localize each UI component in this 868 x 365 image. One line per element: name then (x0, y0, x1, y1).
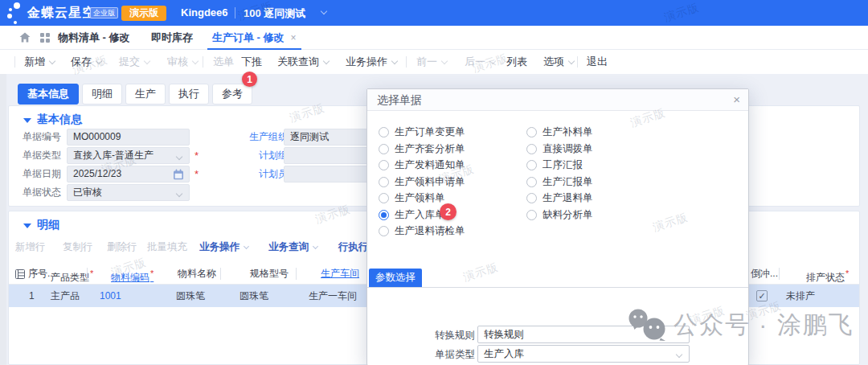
cell-material-name: 圆珠笔 (176, 285, 205, 307)
cell-material-code[interactable]: 1001 (100, 285, 121, 307)
radio-icon (526, 144, 537, 154)
detail-section-header[interactable]: 明细 (23, 218, 59, 232)
option-production-report[interactable]: 生产汇报单 (526, 175, 593, 189)
radio-icon (379, 160, 389, 170)
collapse-triangle-icon[interactable] (23, 224, 31, 228)
related-query-button[interactable]: 关联查询 (277, 50, 329, 74)
business-operation-button[interactable]: 业务操作 (346, 50, 397, 74)
col-seq[interactable]: 序号.. (28, 263, 53, 285)
list-button[interactable]: 列表 (506, 50, 527, 74)
dialog-close-icon[interactable]: × (733, 92, 740, 107)
radio-icon (526, 210, 537, 220)
tab-detail[interactable]: 明细 (82, 84, 122, 105)
option-order-change[interactable]: 生产订单变更单 (379, 125, 465, 139)
option-feeding-bill[interactable]: 生产补料单 (526, 125, 593, 139)
col-spec[interactable]: 规格型号 (250, 263, 289, 285)
main-toolbar: 新增 保存 提交 审核 选单 下推 关联查询 业务操作 前一 后一 列表 选项 … (0, 50, 868, 74)
row-business-query-button[interactable]: 业务查询 (268, 239, 317, 255)
collapse-triangle-icon[interactable] (23, 118, 31, 123)
select-bill-button[interactable]: 选单 (213, 50, 234, 74)
bill-type-select[interactable]: 直接入库-普通生产 (67, 147, 190, 164)
page-tab-bar: 物料清单 - 修改 即时库存 生产订单 - 修改× (0, 26, 868, 50)
option-material-return[interactable]: 生产退料单 (526, 191, 593, 205)
param-select-tab[interactable]: 参数选择 (369, 269, 422, 287)
option-kitting-analysis[interactable]: 生产齐套分析单 (379, 142, 465, 156)
backflush-checkbox[interactable]: ✓ (756, 290, 768, 301)
home-icon[interactable] (19, 32, 31, 43)
option-shortage-analysis[interactable]: 缺料分析单 (526, 208, 593, 222)
exit-button[interactable]: 退出 (587, 50, 608, 74)
toolbar-divider (203, 56, 203, 68)
field-label: 单据日期 (9, 166, 61, 182)
logo-text: 金蝶云星空 (27, 5, 96, 22)
form-tab-strip: 基本信息 明细 生产 执行 参考 (18, 84, 252, 105)
push-down-button[interactable]: 下推 (241, 50, 262, 74)
delete-row-button[interactable]: 删除行 (107, 239, 137, 255)
row-selector-icon[interactable] (15, 269, 25, 279)
required-star: * (845, 269, 849, 278)
batch-fill-button[interactable]: 批量填充 (147, 239, 187, 255)
col-material-name[interactable]: 物料名称 (178, 263, 216, 285)
basic-info-section-header[interactable]: 基本信息 (23, 113, 82, 127)
option-picking-bill[interactable]: 生产领料单 (379, 191, 445, 205)
toolbar-divider (14, 56, 15, 68)
bill-date-field[interactable]: 2025/12/23 (67, 166, 190, 182)
convert-rule-input[interactable]: 转换规则 (477, 326, 690, 343)
row-business-operation-button[interactable]: 业务操作 (199, 239, 248, 255)
field-label: 单据状态 (9, 184, 61, 201)
save-button[interactable]: 保存 (71, 50, 101, 74)
toolbar-divider (577, 56, 578, 68)
option-issue-notice[interactable]: 生产发料通知单 (379, 158, 465, 172)
account-chevron-down-icon[interactable] (321, 8, 327, 14)
step-badge-1: 1 (242, 72, 257, 87)
tab-reference[interactable]: 参考 (212, 84, 252, 105)
account-name[interactable]: 100 逐同测试 (244, 6, 305, 21)
demo-version-badge: 演示版 (121, 6, 166, 21)
apps-grid-icon[interactable] (40, 33, 50, 43)
option-return-inspect[interactable]: 生产退料请检单 (379, 224, 465, 238)
left-edge-strip (0, 50, 6, 365)
dialog-bill-type-select[interactable]: 生产入库 (477, 345, 690, 363)
radio-icon (379, 127, 389, 137)
chevron-down-icon (676, 351, 682, 358)
field-label-link: 计划员 (235, 166, 288, 182)
option-picking-apply[interactable]: 生产领料申请单 (379, 175, 465, 189)
tab-production[interactable]: 生产 (125, 84, 166, 105)
option-direct-transfer[interactable]: 直接调拨单 (526, 142, 593, 156)
tab-inventory[interactable]: 即时库存 (151, 26, 193, 50)
add-row-button[interactable]: 新增行 (15, 239, 46, 255)
tab-production-order[interactable]: 生产订单 - 修改× (207, 26, 301, 50)
tab-material-list[interactable]: 物料清单 - 修改 (58, 26, 130, 50)
row-execute-button[interactable]: 行执行 (338, 239, 369, 255)
calendar-icon[interactable] (173, 169, 184, 180)
col-workshop[interactable]: 生产车间 (321, 263, 359, 285)
option-process-report[interactable]: 工序汇报 (526, 158, 583, 172)
field-label-link: 生产组织 (235, 129, 288, 146)
convert-rule-label: 转换规则 (409, 326, 475, 344)
next-button[interactable]: 后一 (465, 50, 495, 74)
option-inbound-bill[interactable]: 生产入库单 (379, 208, 445, 222)
bill-no-field[interactable]: MO000009 (67, 129, 190, 146)
new-button[interactable]: 新增 (24, 50, 55, 74)
tab-execution[interactable]: 执行 (169, 84, 209, 105)
tab-basic-info[interactable]: 基本信息 (18, 84, 79, 105)
submit-button[interactable]: 提交 (119, 50, 149, 74)
radio-icon (379, 226, 389, 236)
radio-icon (526, 127, 537, 137)
top-bar: 金蝶云星空 企业版 演示版 Kingdee6 100 逐同测试 (0, 0, 868, 26)
tab-close-icon[interactable]: × (291, 32, 297, 43)
chevron-down-icon (176, 191, 182, 197)
field-label: 单据类型 (9, 147, 61, 164)
product-name: Kingdee6 (181, 6, 228, 18)
select-bill-dialog: 选择单据 × 生产订单变更单 生产齐套分析单 生产发料通知单 生产领料申请单 生… (366, 88, 749, 365)
bill-status-select[interactable]: 已审核 (67, 184, 190, 201)
radio-icon (379, 177, 389, 187)
copy-row-button[interactable]: 复制行 (63, 239, 93, 255)
toolbar-divider (406, 56, 407, 68)
options-button[interactable]: 选项 (543, 50, 574, 74)
previous-button[interactable]: 前一 (416, 50, 447, 74)
required-star: * (90, 269, 93, 278)
col-backflush[interactable]: 倒冲... (751, 263, 778, 285)
cell-product-type: 主产品 (51, 285, 80, 307)
audit-button[interactable]: 审核 (167, 50, 198, 74)
